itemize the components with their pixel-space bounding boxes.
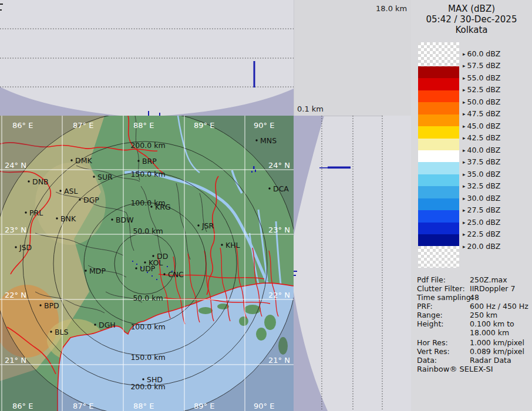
station-dot bbox=[152, 255, 154, 257]
threshold-value: 35.0 dBZ bbox=[467, 170, 501, 178]
metadata-row: Height:0.100 km to bbox=[417, 319, 531, 328]
station-dot bbox=[50, 331, 52, 332]
legend-threshold-label: ▸22.5 dBZ bbox=[463, 230, 500, 238]
metadata-label: Clutter Filter: bbox=[417, 284, 470, 293]
threshold-value: 20.0 dBZ bbox=[467, 242, 501, 251]
threshold-arrow-icon: ▸ bbox=[463, 196, 466, 201]
metadata-value: 250Z.max bbox=[470, 275, 531, 284]
legend-panel: MAX (dBZ) 05:42 / 30-Dec-2025 Kolkata ▸6… bbox=[411, 0, 532, 411]
range-ring-label: 200.0 km bbox=[130, 141, 165, 150]
legend-threshold-label: ▸32.5 dBZ bbox=[463, 181, 500, 190]
station-dot bbox=[59, 190, 61, 191]
legend-color-swatch bbox=[418, 234, 459, 247]
latitude-label: 23° N bbox=[268, 225, 290, 234]
latitude-label: 21° N bbox=[5, 356, 26, 365]
station-dot bbox=[142, 378, 144, 380]
threshold-arrow-icon: ▸ bbox=[463, 75, 466, 81]
longitude-label: 90° E bbox=[254, 402, 274, 410]
station-label: KRG bbox=[155, 203, 171, 211]
legend-threshold-label: ▸50.0 dBZ bbox=[463, 97, 500, 106]
range-ring-label: 150.0 km bbox=[130, 353, 165, 362]
latitude-label: 22° N bbox=[268, 291, 290, 299]
metadata-value: Radar Data bbox=[470, 356, 531, 365]
latitude-label: 24° N bbox=[5, 161, 26, 170]
latitude-label: 22° N bbox=[5, 291, 26, 299]
threshold-arrow-icon: ▸ bbox=[463, 111, 466, 117]
metadata-value: IIRDoppler 7 bbox=[470, 284, 531, 293]
metadata-row: 18.000 km bbox=[417, 328, 531, 337]
station-dot bbox=[163, 273, 165, 275]
metadata-label: Vert Res: bbox=[417, 347, 470, 356]
threshold-value: 30.0 dBZ bbox=[467, 194, 501, 203]
station-label: BDW bbox=[116, 215, 134, 224]
legend-color-swatch bbox=[418, 90, 459, 103]
latitude-label: 21° N bbox=[268, 356, 290, 365]
station-label: JSR bbox=[201, 221, 214, 230]
station-dot bbox=[94, 324, 96, 325]
range-ring-label: 150.0 km bbox=[130, 170, 165, 178]
station-label: PRL bbox=[29, 208, 43, 217]
legend-threshold-label: ▸57.5 dBZ bbox=[463, 61, 500, 70]
station-dot bbox=[255, 139, 257, 141]
legend-color-swatch bbox=[418, 210, 459, 223]
legend-color-swatch bbox=[418, 102, 459, 114]
station-label: JSD bbox=[19, 243, 32, 252]
station-dot bbox=[85, 269, 86, 271]
station-dot bbox=[15, 246, 16, 248]
legend-color-swatch bbox=[418, 174, 459, 187]
metadata-value: 600 Hz / 450 Hz bbox=[470, 302, 531, 311]
radar-station-name: Kolkata bbox=[411, 25, 532, 35]
station-dot bbox=[150, 206, 152, 207]
station-dot bbox=[268, 187, 270, 189]
min-height-label: 0.1 km bbox=[297, 105, 324, 113]
metadata-label: PRF: bbox=[417, 302, 470, 311]
metadata-row: Vert Res:0.089 km/pixel bbox=[417, 347, 531, 356]
station-dot bbox=[137, 160, 139, 161]
legend-color-swatch bbox=[418, 114, 459, 127]
station-label: BRP bbox=[142, 157, 157, 166]
station-label: DMK bbox=[75, 156, 92, 165]
threshold-value: 60.0 dBZ bbox=[467, 49, 501, 58]
threshold-arrow-icon: ▸ bbox=[463, 63, 466, 69]
threshold-arrow-icon: ▸ bbox=[463, 123, 466, 129]
station-dot bbox=[39, 304, 41, 306]
legend-color-swatch bbox=[418, 198, 459, 211]
metadata-value: 250 km bbox=[470, 311, 531, 319]
station-dot bbox=[93, 176, 95, 177]
threshold-arrow-icon: ▸ bbox=[463, 220, 466, 225]
blind-cone-wedge-right bbox=[163, 89, 294, 116]
longitude-label: 89° E bbox=[194, 402, 214, 410]
threshold-value: 47.5 dBZ bbox=[467, 109, 501, 118]
station-label: DCA bbox=[273, 184, 289, 193]
legend-threshold-label: ▸25.0 dBZ bbox=[463, 218, 500, 227]
legend-overflow-swatch bbox=[418, 246, 459, 268]
threshold-arrow-icon: ▸ bbox=[463, 159, 466, 165]
threshold-arrow-icon: ▸ bbox=[463, 183, 466, 189]
threshold-arrow-icon: ▸ bbox=[463, 171, 466, 177]
longitude-label: 89° E bbox=[194, 121, 214, 130]
station-label: DNB bbox=[32, 177, 49, 186]
legend-color-swatch bbox=[418, 126, 459, 139]
threshold-arrow-icon: ▸ bbox=[463, 135, 466, 141]
top-cross-section-panel bbox=[0, 0, 294, 116]
latitude-label: 24° N bbox=[268, 161, 290, 170]
station-dot bbox=[144, 261, 146, 263]
threshold-value: 50.0 dBZ bbox=[467, 97, 501, 106]
metadata-value: 48 bbox=[470, 293, 531, 302]
legend-threshold-label: ▸20.0 dBZ bbox=[463, 242, 500, 251]
metadata-value: 0.100 km to bbox=[470, 319, 531, 328]
longitude-label: 88° E bbox=[133, 402, 154, 410]
product-name: MAX (dBZ) bbox=[411, 4, 532, 14]
threshold-value: 22.5 dBZ bbox=[467, 230, 501, 238]
station-label: BNK bbox=[60, 214, 76, 223]
longitude-label: 88° E bbox=[133, 121, 154, 130]
threshold-value: 55.0 dBZ bbox=[467, 73, 501, 82]
threshold-arrow-icon: ▸ bbox=[463, 87, 466, 93]
legend-threshold-label: ▸37.5 dBZ bbox=[463, 157, 500, 166]
legend-color-swatch bbox=[418, 162, 459, 174]
ppi-map: 86° E86° E87° E87° E88° E88° E89° E89° E… bbox=[0, 116, 294, 411]
top-cross-section-plot bbox=[0, 0, 294, 116]
station-dot bbox=[135, 267, 137, 269]
station-label: KHL bbox=[225, 241, 240, 250]
threshold-value: 57.5 dBZ bbox=[467, 61, 501, 70]
